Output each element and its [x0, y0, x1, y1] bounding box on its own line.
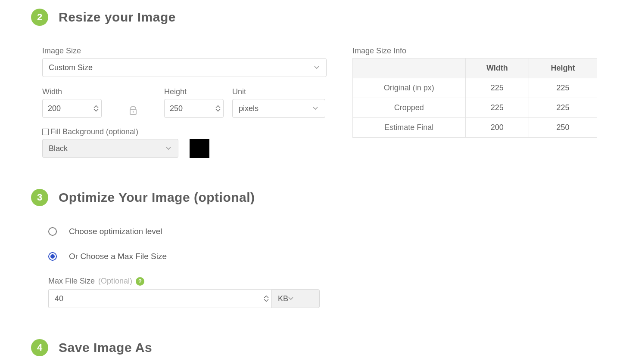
unit-label: Unit [232, 87, 325, 96]
image-size-label: Image Size [42, 46, 327, 56]
step-badge-3: 3 [31, 189, 48, 206]
section-3-header: 3 Optimize Your Image (optional) [31, 189, 597, 206]
chevron-down-icon [288, 297, 293, 300]
unit-select[interactable]: pixels [232, 99, 325, 118]
image-size-select[interactable]: Custom Size [42, 58, 327, 77]
max-file-size-value: 40 [55, 294, 63, 303]
width-stepper[interactable] [93, 105, 99, 112]
height-stepper[interactable] [215, 105, 221, 112]
image-size-info-table: Width Height Original (in px) 225 225 Cr… [352, 58, 597, 138]
section-3-title: Optimize Your Image (optional) [59, 190, 255, 205]
table-header-height: Height [529, 59, 597, 78]
row-height: 225 [529, 78, 597, 98]
row-name: Estimate Final [353, 118, 466, 138]
section-2-title: Resize your Image [59, 10, 176, 25]
radio-label: Or Choose a Max File Size [69, 252, 167, 261]
table-header-width: Width [465, 59, 529, 78]
chevron-down-icon [314, 66, 319, 69]
height-input[interactable]: 250 [164, 99, 224, 118]
row-name: Original (in px) [353, 78, 466, 98]
lock-aspect-icon[interactable] [127, 104, 140, 117]
step-badge-2: 2 [31, 9, 48, 26]
fill-color-value: Black [49, 144, 68, 153]
row-width: 225 [465, 78, 529, 98]
radio-label: Choose optimization level [69, 227, 162, 236]
row-width: 225 [465, 98, 529, 118]
color-swatch[interactable] [190, 139, 209, 158]
table-header-blank [353, 59, 466, 78]
max-file-size-input[interactable]: 40 [48, 289, 271, 308]
step-badge-4: 4 [31, 339, 48, 356]
row-height: 225 [529, 98, 597, 118]
fill-color-select[interactable]: Black [42, 139, 178, 158]
max-file-size-label: Max File Size (Optional) ? [48, 277, 597, 286]
section-4-header: 4 Save Image As [31, 339, 597, 356]
fill-background-label: Fill Background (optional) [50, 127, 138, 136]
table-row: Estimate Final 200 250 [353, 118, 597, 138]
width-label: Width [42, 87, 102, 96]
image-size-value: Custom Size [49, 63, 93, 72]
row-height: 250 [529, 118, 597, 138]
height-label: Height [164, 87, 224, 96]
radio-max-file-size[interactable]: Or Choose a Max File Size [48, 252, 597, 261]
image-size-info-label: Image Size Info [352, 46, 597, 56]
max-file-size-unit-select[interactable]: KB [271, 289, 320, 308]
row-width: 200 [465, 118, 529, 138]
chevron-down-icon [166, 147, 171, 150]
width-value: 200 [48, 104, 61, 113]
chevron-down-icon [313, 107, 318, 110]
section-4-title: Save Image As [59, 340, 152, 355]
help-icon[interactable]: ? [136, 277, 144, 286]
unit-value: pixels [239, 104, 259, 113]
section-2-header: 2 Resize your Image [31, 9, 597, 26]
optional-hint: (Optional) [98, 277, 132, 286]
row-name: Cropped [353, 98, 466, 118]
max-file-size-unit-value: KB [278, 294, 288, 303]
width-input[interactable]: 200 [42, 99, 102, 118]
max-file-size-stepper[interactable] [264, 296, 269, 302]
radio-icon [48, 252, 57, 261]
height-value: 250 [170, 104, 183, 113]
radio-icon [48, 227, 57, 236]
table-row: Cropped 225 225 [353, 98, 597, 118]
fill-background-checkbox[interactable] [42, 129, 49, 135]
table-row: Original (in px) 225 225 [353, 78, 597, 98]
radio-optimization-level[interactable]: Choose optimization level [48, 227, 597, 236]
